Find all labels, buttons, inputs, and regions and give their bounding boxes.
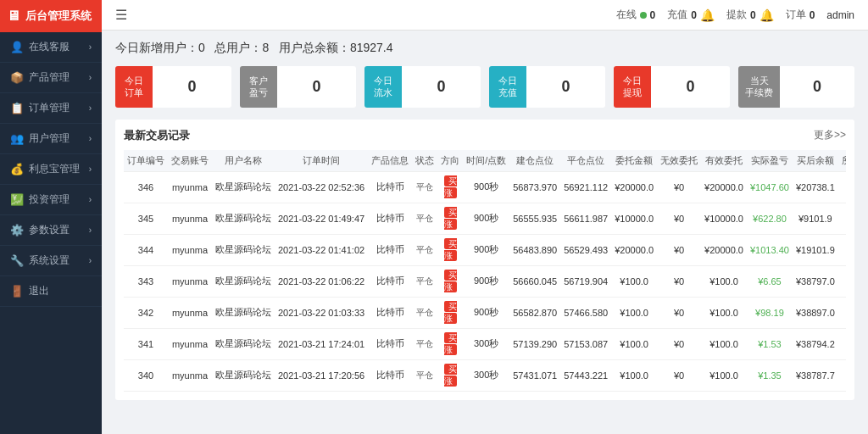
menu-icon[interactable]: ☰	[115, 7, 127, 23]
sidebar-icon-system: 🔧	[10, 254, 24, 267]
table-cell: myunma	[168, 203, 212, 234]
table-cell: 56921.112	[560, 171, 611, 203]
table-cell: 欧星源码论坛	[212, 297, 275, 328]
sidebar-item-interest-mgmt[interactable]: 💰 利息宝管理 ›	[0, 154, 102, 185]
card-value-today-recharge: 0	[526, 78, 605, 96]
table-cell	[838, 328, 846, 359]
table-cell: ¥100.0	[701, 297, 747, 328]
summary-card-today-fee: 当天 手续费 0	[738, 66, 854, 108]
table-cell: 900秒	[463, 171, 509, 203]
status-badge: 平仓	[416, 339, 433, 348]
table-cell	[838, 359, 846, 391]
table-cell: ¥98.19	[747, 297, 793, 328]
table-cell: 56660.045	[509, 265, 560, 297]
table-cell: ¥20738.1	[793, 171, 838, 203]
transaction-table: 订单编号交易账号用户名称订单时间产品信息状态方向时间/点数建仓点位平仓点位委托金…	[124, 150, 846, 392]
total-balance-label: 用户总余额：	[279, 41, 350, 54]
sidebar-item-product-mgmt[interactable]: 📦 产品管理 ›	[0, 63, 102, 93]
summary-card-today-order: 今日 订单 0	[115, 66, 231, 108]
table-cell: ¥20000.0	[701, 171, 747, 203]
table-cell	[838, 203, 846, 234]
table-cell: ¥0	[657, 297, 701, 328]
table-cell: ¥38797.0	[793, 265, 838, 297]
table-cell: 56529.493	[560, 234, 611, 265]
table-row: 344myunma欧星源码论坛2021-03-22 01:41:02比特币平仓买…	[124, 234, 846, 265]
sidebar-label-params: 参数设置	[29, 223, 70, 237]
status-badge: 平仓	[416, 276, 433, 286]
summary-card-today-recharge: 今日 充值 0	[489, 66, 605, 108]
table-cell: ¥6.65	[747, 265, 793, 297]
table-cell: 56555.935	[509, 203, 560, 234]
col-header: 买后余额	[793, 150, 838, 172]
profit-cell: ¥622.80	[753, 214, 787, 224]
transaction-more-link[interactable]: 更多>>	[814, 128, 846, 142]
profit-cell: ¥1013.40	[750, 245, 789, 255]
profit-cell: ¥6.65	[758, 276, 782, 287]
table-cell: myunma	[168, 297, 212, 328]
withdraw-count: 0	[750, 9, 756, 21]
table-cell: 300秒	[463, 359, 509, 391]
sidebar-logo: 🖥 后台管理系统	[0, 0, 102, 32]
table-cell: 欧星源码论坛	[212, 171, 275, 203]
sidebar-item-user-mgmt[interactable]: 👥 用户管理 ›	[0, 124, 102, 154]
admin-menu[interactable]: admin	[826, 9, 854, 21]
table-cell: 欧星源码论坛	[212, 203, 275, 234]
table-cell: 345	[124, 203, 168, 234]
table-cell: 比特币	[368, 265, 412, 297]
sidebar-item-order-mgmt[interactable]: 📋 订单管理 ›	[0, 93, 102, 124]
sidebar-icon-order-mgmt: 📋	[10, 102, 24, 114]
table-cell: 平仓	[412, 234, 437, 265]
sidebar-item-params[interactable]: ⚙️ 参数设置 ›	[0, 215, 102, 246]
chevron-icon: ›	[89, 73, 92, 82]
recharge-label: 充值	[667, 8, 687, 22]
new-users-value: 0	[198, 41, 205, 54]
card-value-today-flow: 0	[402, 78, 481, 96]
table-cell: 买涨	[437, 297, 463, 328]
table-row: 343myunma欧星源码论坛2021-03-22 01:06:22比特币平仓买…	[124, 265, 846, 297]
table-cell: 57443.221	[560, 359, 611, 391]
table-cell: ¥20000.0	[611, 234, 657, 265]
col-header: 方向	[437, 150, 463, 172]
table-cell: 平仓	[412, 328, 437, 359]
table-cell: 平仓	[412, 297, 437, 328]
sidebar-item-system[interactable]: 🔧 系统设置 ›	[0, 246, 102, 276]
withdraw-stat: 提款 0 🔔	[726, 8, 774, 22]
table-cell: ¥38787.7	[793, 359, 838, 391]
profit-cell: ¥1.53	[758, 339, 782, 349]
table-cell: 57431.071	[509, 359, 560, 391]
sidebar-icon-online-clients: 👤	[10, 41, 24, 53]
table-cell: 买涨	[437, 171, 463, 203]
sidebar-icon-params: ⚙️	[10, 224, 24, 236]
table-cell: ¥0	[657, 265, 701, 297]
table-cell: ¥38794.2	[793, 328, 838, 359]
profit-cell: ¥1047.60	[750, 182, 789, 192]
col-header: 平仓点位	[560, 150, 611, 172]
table-cell: 买涨	[437, 203, 463, 234]
sidebar-item-logout[interactable]: 🚪 退出	[0, 276, 102, 307]
col-header: 交易账号	[168, 150, 212, 172]
card-value-today-withdraw: 0	[651, 78, 730, 96]
chevron-icon: ›	[89, 225, 92, 235]
sidebar-item-finance-mgmt[interactable]: 💹 投资管理 ›	[0, 185, 102, 215]
sidebar-icon-finance-mgmt: 💹	[10, 193, 24, 206]
status-badge: 平仓	[416, 308, 433, 317]
sidebar-label-finance-mgmt: 投资管理	[29, 192, 70, 207]
table-cell: 56582.870	[509, 297, 560, 328]
table-row: 346myunma欧星源码论坛2021-03-22 02:52:36比特币平仓买…	[124, 171, 846, 203]
table-cell: 900秒	[463, 265, 509, 297]
table-cell: 平仓	[412, 359, 437, 391]
table-cell: ¥100.0	[701, 265, 747, 297]
table-cell: ¥100.0	[611, 297, 657, 328]
table-cell: ¥38897.0	[793, 297, 838, 328]
table-cell: 2021-03-22 01:41:02	[275, 234, 368, 265]
card-label-today-withdraw: 今日 提现	[614, 66, 651, 108]
card-label-today-order: 今日 订单	[115, 66, 153, 108]
table-cell: 56483.890	[509, 234, 560, 265]
topbar-right: 在线 0 充值 0 🔔 提款 0 🔔 订单 0 admin	[616, 8, 854, 22]
status-badge: 平仓	[416, 214, 433, 223]
table-cell: myunma	[168, 359, 212, 391]
sidebar-icon-logout: 🚪	[10, 285, 24, 298]
sidebar-item-online-clients[interactable]: 👤 在线客服 ›	[0, 32, 102, 63]
content-area: 今日新增用户：0 总用户：8 用户总余额：81927.4 今日 订单 0 客户 …	[102, 31, 868, 434]
table-cell: ¥1.35	[747, 359, 793, 391]
